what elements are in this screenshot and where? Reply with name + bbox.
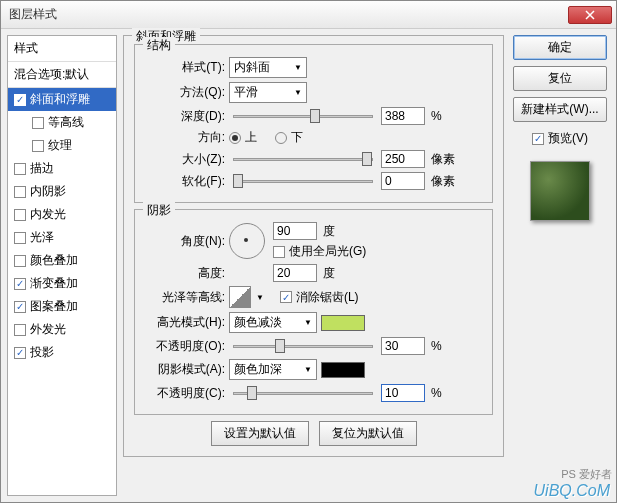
select-value: 颜色加深 — [234, 361, 282, 378]
checkbox-icon[interactable]: ✓ — [14, 278, 26, 290]
blending-options[interactable]: 混合选项:默认 — [8, 62, 116, 88]
technique-label: 方法(Q): — [145, 84, 225, 101]
shadow-opacity-input[interactable]: 10 — [381, 384, 425, 402]
chevron-down-icon: ▼ — [256, 293, 264, 302]
ok-button[interactable]: 确定 — [513, 35, 607, 60]
highlight-mode-row: 高光模式(H): 颜色减淡▼ — [145, 312, 482, 333]
preview-row: ✓ 预览(V) — [532, 130, 588, 147]
shadow-opacity-label: 不透明度(C): — [145, 385, 225, 402]
size-label: 大小(Z): — [145, 151, 225, 168]
angle-unit: 度 — [323, 223, 335, 240]
sidebar-item-outerglow[interactable]: 外发光 — [8, 318, 116, 341]
checkbox-icon[interactable] — [14, 163, 26, 175]
chevron-down-icon: ▼ — [304, 318, 312, 327]
sidebar-title[interactable]: 样式 — [8, 36, 116, 62]
highlight-mode-label: 高光模式(H): — [145, 314, 225, 331]
depth-unit: % — [431, 109, 442, 123]
dialog-body: 样式 混合选项:默认 ✓斜面和浮雕 等高线 纹理 描边 内阴影 内发光 光泽 颜… — [1, 29, 616, 502]
select-value: 内斜面 — [234, 59, 270, 76]
checkbox-icon[interactable] — [14, 232, 26, 244]
depth-slider[interactable] — [233, 107, 373, 125]
altitude-input[interactable]: 20 — [273, 264, 317, 282]
antialias-checkbox[interactable]: ✓ — [280, 291, 292, 303]
checkbox-icon[interactable] — [32, 140, 44, 152]
preview-checkbox[interactable]: ✓ — [532, 133, 544, 145]
global-light-checkbox[interactable] — [273, 246, 285, 258]
size-slider[interactable] — [233, 150, 373, 168]
sidebar-item-label: 描边 — [30, 160, 54, 177]
sidebar-item-innershadow[interactable]: 内阴影 — [8, 180, 116, 203]
sidebar-item-label: 等高线 — [48, 114, 84, 131]
checkbox-icon[interactable]: ✓ — [14, 347, 26, 359]
style-select[interactable]: 内斜面▼ — [229, 57, 307, 78]
sidebar-item-label: 渐变叠加 — [30, 275, 78, 292]
direction-down-radio[interactable] — [275, 132, 287, 144]
sidebar-item-texture[interactable]: 纹理 — [8, 134, 116, 157]
chevron-down-icon: ▼ — [294, 63, 302, 72]
technique-select[interactable]: 平滑▼ — [229, 82, 307, 103]
shadow-opacity-slider[interactable] — [233, 384, 373, 402]
sidebar-item-satin[interactable]: 光泽 — [8, 226, 116, 249]
gloss-contour-picker[interactable] — [229, 286, 251, 308]
sidebar-item-patternoverlay[interactable]: ✓图案叠加 — [8, 295, 116, 318]
sidebar-item-innerglow[interactable]: 内发光 — [8, 203, 116, 226]
angle-input[interactable]: 90 — [273, 222, 317, 240]
depth-input[interactable]: 388 — [381, 107, 425, 125]
checkbox-icon[interactable] — [14, 186, 26, 198]
make-default-button[interactable]: 设置为默认值 — [211, 421, 309, 446]
shadow-color-swatch[interactable] — [321, 362, 365, 378]
altitude-unit: 度 — [323, 265, 335, 282]
size-unit: 像素 — [431, 151, 455, 168]
new-style-button[interactable]: 新建样式(W)... — [513, 97, 607, 122]
highlight-mode-select[interactable]: 颜色减淡▼ — [229, 312, 317, 333]
highlight-opacity-slider[interactable] — [233, 337, 373, 355]
shadow-opacity-row: 不透明度(C): 10 % — [145, 384, 482, 402]
chevron-down-icon: ▼ — [294, 88, 302, 97]
checkbox-icon[interactable] — [32, 117, 44, 129]
direction-down-label: 下 — [291, 129, 303, 146]
depth-label: 深度(D): — [145, 108, 225, 125]
direction-up-label: 上 — [245, 129, 257, 146]
sidebar-item-dropshadow[interactable]: ✓投影 — [8, 341, 116, 364]
checkbox-icon[interactable]: ✓ — [14, 94, 26, 106]
direction-row: 方向: 上 下 — [145, 129, 482, 146]
checkbox-icon[interactable] — [14, 209, 26, 221]
angle-row: 角度(N): 90 度 使用全局光(G) — [145, 222, 482, 260]
sidebar-item-label: 内发光 — [30, 206, 66, 223]
shadow-mode-label: 阴影模式(A): — [145, 361, 225, 378]
soften-unit: 像素 — [431, 173, 455, 190]
bottom-buttons: 设置为默认值 复位为默认值 — [134, 421, 493, 446]
close-button[interactable] — [568, 6, 612, 24]
gloss-label: 光泽等高线: — [145, 289, 225, 306]
reset-default-button[interactable]: 复位为默认值 — [319, 421, 417, 446]
sidebar-item-stroke[interactable]: 描边 — [8, 157, 116, 180]
sidebar-item-coloroverlay[interactable]: 颜色叠加 — [8, 249, 116, 272]
shading-legend: 阴影 — [143, 202, 175, 219]
direction-up-radio[interactable] — [229, 132, 241, 144]
altitude-label: 高度: — [145, 265, 225, 282]
sidebar-item-gradoverlay[interactable]: ✓渐变叠加 — [8, 272, 116, 295]
cancel-button[interactable]: 复位 — [513, 66, 607, 91]
shadow-mode-select[interactable]: 颜色加深▼ — [229, 359, 317, 380]
size-input[interactable]: 250 — [381, 150, 425, 168]
sidebar-item-contour[interactable]: 等高线 — [8, 111, 116, 134]
soften-row: 软化(F): 0 像素 — [145, 172, 482, 190]
sidebar-item-label: 斜面和浮雕 — [30, 91, 90, 108]
soften-label: 软化(F): — [145, 173, 225, 190]
dialog-window: 图层样式 样式 混合选项:默认 ✓斜面和浮雕 等高线 纹理 描边 内阴影 内发光… — [0, 0, 617, 503]
angle-control[interactable] — [229, 223, 265, 259]
soften-slider[interactable] — [233, 172, 373, 190]
titlebar[interactable]: 图层样式 — [1, 1, 616, 29]
bevel-fieldset: 斜面和浮雕 结构 样式(T): 内斜面▼ 方法(Q): 平滑▼ 深度(D): — [123, 35, 504, 457]
highlight-color-swatch[interactable] — [321, 315, 365, 331]
sidebar-item-bevel[interactable]: ✓斜面和浮雕 — [8, 88, 116, 111]
checkbox-icon[interactable] — [14, 324, 26, 336]
antialias-label: 消除锯齿(L) — [296, 289, 359, 306]
style-row: 样式(T): 内斜面▼ — [145, 57, 482, 78]
highlight-opacity-input[interactable]: 30 — [381, 337, 425, 355]
checkbox-icon[interactable] — [14, 255, 26, 267]
checkbox-icon[interactable]: ✓ — [14, 301, 26, 313]
sidebar-item-label: 内阴影 — [30, 183, 66, 200]
soften-input[interactable]: 0 — [381, 172, 425, 190]
global-light-label: 使用全局光(G) — [289, 243, 366, 260]
